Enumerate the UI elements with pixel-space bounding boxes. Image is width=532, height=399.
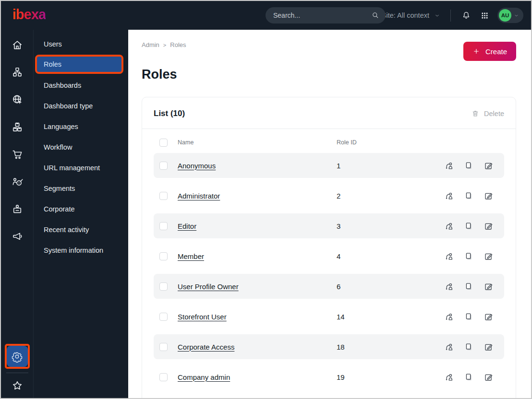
assign-button[interactable] <box>444 161 454 171</box>
role-name-link[interactable]: Storefront User <box>178 313 326 321</box>
rail-item-home[interactable] <box>11 31 24 59</box>
copy-button[interactable] <box>464 251 474 261</box>
copy-button[interactable] <box>464 221 474 231</box>
role-name-link[interactable]: Member <box>178 252 326 260</box>
delete-button[interactable]: Delete <box>471 109 504 118</box>
row-checkbox[interactable] <box>159 343 168 351</box>
edit-button[interactable] <box>484 161 494 171</box>
edit-button[interactable] <box>484 342 494 352</box>
row-checkbox[interactable] <box>159 282 168 291</box>
row-checkbox[interactable] <box>159 313 168 321</box>
rail-item-site[interactable] <box>11 86 24 113</box>
row-actions <box>444 282 494 292</box>
row-actions <box>444 161 494 171</box>
ibexa-logo[interactable]: ibexa <box>12 8 46 23</box>
edit-button[interactable] <box>484 312 494 322</box>
assign-button[interactable] <box>444 372 454 382</box>
sidebar-item-dashboard-type[interactable]: Dashboard type <box>34 95 128 116</box>
role-name-link[interactable]: Editor <box>178 222 326 230</box>
annotation-highlight <box>5 344 30 369</box>
copy-button[interactable] <box>464 161 474 171</box>
star-icon <box>11 379 24 392</box>
rail-item-content-tree[interactable] <box>11 59 24 86</box>
chevron-down-icon <box>513 12 520 19</box>
app-switcher-button[interactable] <box>479 10 490 21</box>
edit-button[interactable] <box>484 221 494 231</box>
role-name-link[interactable]: User Profile Owner <box>178 282 326 291</box>
sidebar-item-system-information[interactable]: System information <box>34 240 128 260</box>
rail-item-bookmarks[interactable] <box>9 377 25 394</box>
edit-icon <box>484 342 494 352</box>
chevron-down-icon <box>434 12 441 19</box>
rail-item-marketing[interactable] <box>11 223 24 250</box>
edit-button[interactable] <box>484 282 494 292</box>
sidebar-item-languages[interactable]: Languages <box>34 116 128 137</box>
assign-user-icon <box>444 251 454 261</box>
role-id-value: 1 <box>337 162 434 170</box>
select-all-checkbox[interactable] <box>159 139 168 147</box>
sidebar-item-corporate[interactable]: Corporate <box>34 199 128 219</box>
role-name-link[interactable]: Company admin <box>178 373 326 381</box>
sidebar-item-segments[interactable]: Segments <box>34 178 128 199</box>
copy-icon <box>464 221 474 231</box>
create-button[interactable]: Create <box>463 42 516 61</box>
edit-icon <box>484 251 494 261</box>
rail-item-personalization[interactable] <box>11 168 24 195</box>
rail-bottom <box>5 344 30 398</box>
copy-button[interactable] <box>464 312 474 322</box>
breadcrumb-roles[interactable]: Roles <box>170 41 186 48</box>
assign-button[interactable] <box>444 312 454 322</box>
role-name-link[interactable]: Anonymous <box>178 162 326 170</box>
copy-button[interactable] <box>464 342 474 352</box>
row-checkbox[interactable] <box>159 373 168 381</box>
sidebar-item-roles[interactable]: Roles <box>35 55 123 74</box>
assign-user-icon <box>444 282 454 292</box>
row-checkbox[interactable] <box>159 192 168 200</box>
row-checkbox[interactable] <box>159 162 168 170</box>
breadcrumb-separator: > <box>163 42 166 48</box>
list-title: List (10) <box>154 109 185 118</box>
search-input[interactable] <box>266 7 386 23</box>
sidebar-item-recent-activity[interactable]: Recent activity <box>34 219 128 240</box>
boxes-icon <box>11 121 24 133</box>
row-actions <box>444 251 494 261</box>
sidebar-item-label: Dashboard type <box>44 102 93 110</box>
sidebar-item-workflow[interactable]: Workflow <box>34 137 128 157</box>
rail-item-corporate[interactable] <box>11 195 24 223</box>
icon-rail <box>1 30 34 398</box>
row-checkbox[interactable] <box>159 222 168 230</box>
role-id-value: 18 <box>337 343 434 351</box>
rail-item-commerce[interactable] <box>11 141 24 168</box>
search-icon[interactable] <box>371 11 379 19</box>
trash-icon <box>471 109 480 118</box>
rail-item-admin[interactable] <box>7 346 28 367</box>
copy-button[interactable] <box>464 372 474 382</box>
assign-user-icon <box>444 312 454 322</box>
sidebar-item-url-management[interactable]: URL management <box>34 157 128 178</box>
breadcrumb-admin[interactable]: Admin <box>142 41 159 48</box>
notifications-button[interactable] <box>460 10 472 21</box>
copy-button[interactable] <box>464 282 474 292</box>
assign-button[interactable] <box>444 342 454 352</box>
copy-button[interactable] <box>464 191 474 201</box>
row-checkbox[interactable] <box>159 252 168 260</box>
assign-user-icon <box>444 221 454 231</box>
target-person-icon <box>11 176 24 188</box>
breadcrumb: Admin > Roles <box>142 41 516 48</box>
assign-button[interactable] <box>444 221 454 231</box>
assign-user-icon <box>444 161 454 171</box>
edit-button[interactable] <box>484 251 494 261</box>
edit-button[interactable] <box>484 372 494 382</box>
roles-list-card: List (10) Delete Name Role ID Anonymous1… <box>142 97 516 398</box>
edit-button[interactable] <box>484 191 494 201</box>
sidebar-item-users[interactable]: Users <box>34 34 128 54</box>
assign-button[interactable] <box>444 282 454 292</box>
user-menu[interactable]: AU <box>497 8 523 23</box>
role-name-link[interactable]: Administrator <box>178 192 326 200</box>
sidebar-item-dashboards[interactable]: Dashboards <box>34 75 128 95</box>
assign-button[interactable] <box>444 191 454 201</box>
assign-button[interactable] <box>444 251 454 261</box>
megaphone-icon <box>11 230 24 243</box>
role-name-link[interactable]: Corporate Access <box>178 343 326 351</box>
rail-item-product-catalog[interactable] <box>11 113 24 141</box>
